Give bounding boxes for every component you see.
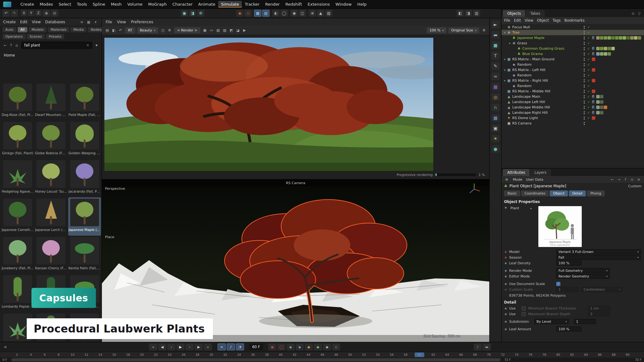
- filter-presets[interactable]: Presets: [46, 34, 64, 39]
- expand-arrow-icon[interactable]: ▾: [503, 58, 507, 61]
- settings-gear-icon[interactable]: ⚙: [481, 28, 487, 33]
- panel-menu-icon[interactable]: ▾: [93, 19, 98, 25]
- enabled-check-icon[interactable]: ✓: [587, 90, 591, 93]
- go-to-end-icon[interactable]: »: [204, 343, 212, 350]
- asset-lombardy-poplar-fall[interactable]: Lombardy Poplar (Fall...: [1, 274, 34, 312]
- text-tool-icon[interactable]: T: [491, 52, 500, 59]
- zoom-dropdown[interactable]: 100 % ▾: [427, 27, 447, 33]
- range-start-label[interactable]: 0 F: [3, 358, 7, 361]
- material-tags[interactable]: [596, 95, 603, 98]
- grid-snap-icon[interactable]: ▦: [254, 10, 261, 17]
- expand-arrow-icon[interactable]: ▾: [503, 79, 507, 82]
- visibility-dots[interactable]: [584, 52, 585, 56]
- magnet-icon[interactable]: ◉: [291, 10, 298, 17]
- previous-frame-icon[interactable]: ‹: [167, 343, 175, 350]
- enabled-check-icon[interactable]: ✓: [587, 111, 591, 114]
- visibility-dots[interactable]: [584, 26, 585, 29]
- undo-icon[interactable]: ↶: [3, 10, 10, 17]
- render-nav-dropdown[interactable]: < Render >: [174, 27, 200, 33]
- menu-modes[interactable]: Modes: [37, 1, 56, 8]
- current-frame-field[interactable]: 60 F: [249, 344, 263, 350]
- menu-volume[interactable]: Volume: [125, 1, 145, 8]
- keyframe-dot-icon[interactable]: ●: [505, 206, 509, 209]
- menu-animate[interactable]: Animate: [195, 1, 218, 8]
- region-icon[interactable]: ▭: [209, 28, 214, 33]
- end-frame-field[interactable]: 72 F: [635, 358, 641, 361]
- object-row-random[interactable]: ◈Random✓: [502, 62, 644, 67]
- asset-japanese-maple-fall[interactable]: Japanese Maple (Fall, ...: [68, 197, 101, 236]
- range-end-label[interactable]: 72 F: [504, 358, 511, 361]
- object-row-blue-grama[interactable]: ♣Blue Grama✓F: [502, 51, 644, 57]
- enabled-check-icon[interactable]: ✓: [587, 25, 591, 29]
- filter-operators[interactable]: Operators: [3, 34, 25, 39]
- material-tool-icon[interactable]: ●: [491, 145, 500, 153]
- go-to-start-icon[interactable]: «: [149, 343, 157, 350]
- cache-icon[interactable]: ◯: [280, 10, 288, 17]
- loop-icon[interactable]: ∞: [218, 343, 226, 350]
- phong-tag-icon[interactable]: F: [592, 36, 595, 40]
- menu-file[interactable]: File: [504, 18, 510, 23]
- plane-tool-icon[interactable]: ▬: [491, 31, 500, 39]
- object-row-landscape-middle-hill[interactable]: ▲Landscape Middle Hill✓F: [502, 105, 644, 110]
- ipr-icon[interactable]: ▶: [242, 28, 247, 33]
- filter-all[interactable]: All: [18, 27, 28, 32]
- object-row-japanese-maple[interactable]: ♣Japanese Maple✓F: [502, 35, 644, 41]
- postfx-icon[interactable]: ◪: [235, 28, 241, 33]
- keyframe-dot-icon[interactable]: ◆: [505, 256, 509, 259]
- normals-icon[interactable]: ▲: [317, 10, 324, 17]
- tab-objects[interactable]: Objects: [503, 10, 525, 17]
- object-row-rs-matrix-main-ground[interactable]: ▾▦RS Matrix - Main Ground✓: [502, 57, 644, 62]
- object-row-grass[interactable]: ▾⊕Grass✓: [502, 41, 644, 46]
- asset-honey-locust-sunbur[interactable]: Honey Locust 'Sunbur...: [35, 159, 67, 197]
- asset-kanzan-cherry-fall-pl[interactable]: Kanzan Cherry (Fall, Pl...: [35, 236, 67, 274]
- visibility-dots[interactable]: [584, 69, 585, 72]
- enabled-check-icon[interactable]: ✓: [587, 41, 591, 45]
- preview-range-bar[interactable]: [11, 358, 501, 361]
- grid-view-icon[interactable]: ▦: [86, 19, 92, 25]
- visibility-dots[interactable]: [584, 101, 585, 104]
- asset-japanese-camellia-fal[interactable]: Japanese Camellia (Fal...: [1, 197, 34, 236]
- snapshot-grid-icon[interactable]: ▦: [202, 28, 208, 33]
- next-frame-icon[interactable]: ›: [186, 343, 194, 350]
- pla-record-icon[interactable]: ◇: [332, 343, 340, 350]
- enabled-check-icon[interactable]: ✓: [587, 95, 591, 98]
- subdivision-num-field[interactable]: 1: [574, 319, 596, 324]
- asset-dwarf-mountain-pine[interactable]: Dwarf Mountain Pine (...: [35, 82, 67, 121]
- menu-mograph[interactable]: MoGraph: [145, 1, 169, 8]
- up-icon[interactable]: ↑: [623, 177, 628, 182]
- phong-tag-icon[interactable]: F: [592, 111, 595, 114]
- keyframe-selection-icon[interactable]: ◈: [286, 343, 295, 350]
- object-row-focus-null[interactable]: ⊕Focus Null✓: [502, 25, 644, 30]
- object-row-rs-matrix-right-hill[interactable]: ▾▦RS Matrix - Right Hill✓: [502, 78, 644, 83]
- asset-kentia-palm-fall-plant[interactable]: Kentia Palm (Fall, Plant): [68, 236, 101, 274]
- keyframe-dot-icon[interactable]: ●: [505, 275, 509, 278]
- keyframe-dot-icon[interactable]: ●: [505, 307, 509, 310]
- tab-detail[interactable]: Detail: [569, 190, 586, 196]
- menu-window[interactable]: Window: [333, 1, 354, 8]
- asset-juneberry-fall-plant[interactable]: Juneberry (Fall, Plant): [1, 236, 34, 274]
- visibility-dots[interactable]: [584, 58, 585, 61]
- object-row-rs-matrix-left-hill[interactable]: ▾▦RS Matrix - Left Hill✓: [502, 67, 644, 73]
- visibility-dots[interactable]: [584, 36, 585, 40]
- phong-tag-icon[interactable]: F: [592, 47, 595, 50]
- redshift-tag-icon[interactable]: [592, 58, 595, 61]
- forward-icon[interactable]: →: [616, 177, 622, 182]
- perspective-viewport[interactable]: RS Camera Perspective Place Grid Spacing…: [102, 179, 489, 342]
- layout-b-icon[interactable]: ◨: [465, 10, 472, 17]
- rotation-record-icon[interactable]: ◆: [314, 343, 322, 350]
- filter-materials[interactable]: Materials: [48, 27, 69, 32]
- enabled-check-icon[interactable]: ✓: [587, 52, 591, 56]
- back-icon[interactable]: ←: [3, 42, 8, 48]
- camera-label[interactable]: RS Camera: [286, 181, 305, 185]
- leaf-amount-field[interactable]: 100 %: [556, 326, 581, 332]
- redshift-tag-icon[interactable]: [592, 116, 595, 120]
- pointer-tool-icon[interactable]: ►: [491, 21, 500, 28]
- view-label[interactable]: Perspective: [105, 187, 125, 191]
- workplane-icon[interactable]: ▤: [262, 10, 269, 17]
- play-icon[interactable]: ▶: [176, 343, 185, 350]
- menu-spline[interactable]: Spline: [90, 1, 108, 8]
- object-row-tree[interactable]: ▾⊕Tree✓: [502, 30, 644, 35]
- asset-ginkgo-fall-plant[interactable]: Ginkgo (Fall, Plant): [1, 121, 34, 159]
- redo-icon[interactable]: ↷: [11, 10, 18, 17]
- tab-layers[interactable]: Layers: [530, 169, 551, 176]
